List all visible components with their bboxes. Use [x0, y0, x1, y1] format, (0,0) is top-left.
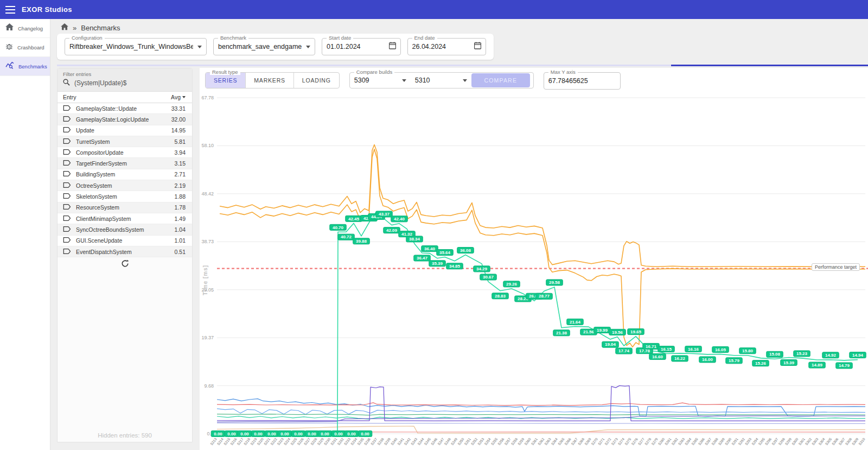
- svg-text:16.16: 16.16: [688, 347, 699, 352]
- svg-text:42.40: 42.40: [394, 217, 405, 221]
- calendar-icon[interactable]: [474, 42, 481, 52]
- performance-target-tooltip: Performance target: [812, 263, 860, 271]
- svg-text:36.47: 36.47: [417, 256, 428, 261]
- configuration-select[interactable]: Configuration Riftbreaker_Windows_Trunk_…: [65, 38, 207, 55]
- table-row[interactable]: GameplayState:LogicUpdate32.00: [58, 114, 192, 125]
- tag-icon: [63, 181, 71, 191]
- svg-text:5233: 5233: [343, 437, 352, 446]
- svg-text:5288: 5288: [711, 437, 719, 446]
- svg-text:5284: 5284: [684, 437, 692, 446]
- svg-text:5220: 5220: [257, 437, 265, 446]
- chevron-down-icon: [306, 46, 310, 48]
- svg-text:5294: 5294: [751, 437, 759, 446]
- entry-name: SkeletonSystem: [76, 193, 170, 200]
- svg-text:5263: 5263: [544, 437, 552, 446]
- calendar-icon[interactable]: [389, 42, 396, 52]
- svg-text:38.34: 38.34: [409, 237, 420, 242]
- svg-text:5250: 5250: [457, 437, 465, 446]
- table-row[interactable]: SkeletonSystem1.88: [58, 191, 192, 202]
- entry-name: ClientMinimapSystem: [76, 216, 170, 222]
- sidebar-item-changelog[interactable]: Changelog: [0, 19, 50, 38]
- svg-text:5258: 5258: [510, 437, 519, 446]
- svg-text:5309: 5309: [851, 437, 859, 446]
- svg-text:5238: 5238: [376, 437, 385, 446]
- filter-toolbar: Configuration Riftbreaker_Windows_Trunk_…: [57, 34, 494, 60]
- table-row[interactable]: TurretSystem5.81: [58, 136, 192, 147]
- menu-icon[interactable]: [0, 0, 21, 19]
- benchmark-chart[interactable]: 0.09.6819.3729.0538.7348.4258.1067.78Tim…: [200, 68, 868, 450]
- table-row[interactable]: GUI.SceneUpdate1.01: [58, 236, 192, 246]
- svg-text:19.65: 19.65: [630, 329, 642, 334]
- series-lavender-line: [217, 423, 865, 423]
- table-row[interactable]: OctreeSystem2.19: [58, 180, 192, 191]
- app-title: EXOR Studios: [22, 5, 72, 14]
- svg-text:5275: 5275: [624, 437, 632, 446]
- svg-text:15.23: 15.23: [796, 351, 808, 356]
- series-green-line: [217, 414, 865, 415]
- entry-name: OctreeSystem: [76, 182, 170, 189]
- end-date-field[interactable]: End date 26.04.2024: [407, 38, 487, 55]
- table-row[interactable]: ClientMinimapSystem1.49: [58, 213, 192, 224]
- svg-text:38.73: 38.73: [201, 239, 214, 244]
- svg-text:5232: 5232: [336, 437, 344, 446]
- svg-text:40.72: 40.72: [341, 234, 352, 239]
- svg-text:5261: 5261: [531, 437, 539, 446]
- svg-text:5229: 5229: [316, 437, 324, 446]
- svg-text:34.29: 34.29: [476, 267, 488, 271]
- svg-text:16.15: 16.15: [661, 347, 672, 352]
- svg-text:5213: 5213: [209, 437, 218, 446]
- benchmark-select[interactable]: Benchmark benchmark_save_endgame_idle: [213, 38, 315, 55]
- svg-text:5272: 5272: [604, 437, 612, 446]
- avg-column-header[interactable]: Avg: [171, 94, 186, 100]
- svg-text:5289: 5289: [718, 437, 726, 446]
- entry-avg: 0.51: [175, 249, 186, 255]
- svg-text:15.79: 15.79: [729, 358, 740, 363]
- home-icon[interactable]: [61, 23, 68, 33]
- sidebar-item-crashboard[interactable]: Crashboard: [0, 38, 50, 57]
- breadcrumb-separator: »: [73, 24, 76, 32]
- svg-text:0.00: 0.00: [308, 432, 316, 436]
- svg-text:40.70: 40.70: [333, 225, 344, 230]
- table-row[interactable]: SyncOctreeBoundsSystem1.04: [58, 224, 192, 235]
- table-row[interactable]: Update14.95: [58, 125, 192, 136]
- benchmark-value: benchmark_save_endgame_idle: [218, 43, 302, 50]
- svg-text:5231: 5231: [330, 437, 338, 446]
- svg-text:14.94: 14.94: [852, 353, 864, 358]
- svg-text:5273: 5273: [611, 437, 619, 446]
- series-orange-lower: [220, 149, 865, 347]
- series-orange-upper: [220, 145, 865, 267]
- table-row[interactable]: ResourceSystem1.78: [58, 202, 192, 213]
- svg-text:36.08: 36.08: [460, 248, 471, 253]
- svg-text:29.58: 29.58: [549, 280, 560, 285]
- bug-icon: [5, 42, 13, 52]
- svg-text:58.10: 58.10: [201, 143, 214, 148]
- svg-text:5290: 5290: [724, 437, 732, 446]
- table-row[interactable]: GameplayState::Update33.31: [58, 103, 192, 114]
- entry-avg: 3.94: [175, 149, 186, 156]
- svg-text:5287: 5287: [704, 437, 712, 446]
- table-row[interactable]: TargetFinderSystem3.15: [58, 158, 192, 169]
- svg-text:5257: 5257: [503, 437, 512, 446]
- table-row[interactable]: EventDispatchSystem0.51: [58, 246, 192, 257]
- svg-text:19.56: 19.56: [612, 330, 623, 335]
- svg-text:0.00: 0.00: [254, 432, 263, 436]
- sidebar: ChangelogCrashboardBenchmarks: [0, 19, 50, 450]
- table-row[interactable]: CompositorUpdate3.94: [58, 147, 192, 158]
- svg-text:5300: 5300: [791, 437, 799, 446]
- table-row[interactable]: BuildingSystem2.71: [58, 169, 192, 180]
- end-date-value: 26.04.2024: [412, 43, 446, 50]
- sidebar-item-benchmarks[interactable]: Benchmarks: [0, 57, 50, 76]
- svg-text:5269: 5269: [584, 437, 592, 446]
- entry-column-header[interactable]: Entry: [63, 94, 76, 100]
- svg-text:0.00: 0.00: [227, 432, 236, 436]
- svg-text:5235: 5235: [356, 437, 365, 446]
- start-date-field[interactable]: Start date 01.01.2024: [322, 38, 401, 55]
- svg-text:5298: 5298: [778, 437, 786, 446]
- page: EXOR Studios ChangelogCrashboardBenchmar…: [0, 0, 868, 450]
- svg-text:5292: 5292: [738, 437, 746, 446]
- entry-avg: 33.31: [171, 105, 186, 112]
- filter-entries-input[interactable]: (System|Update)$: [74, 79, 127, 87]
- svg-text:5224: 5224: [283, 437, 291, 446]
- svg-text:48.42: 48.42: [201, 191, 214, 197]
- svg-text:5296: 5296: [764, 437, 773, 446]
